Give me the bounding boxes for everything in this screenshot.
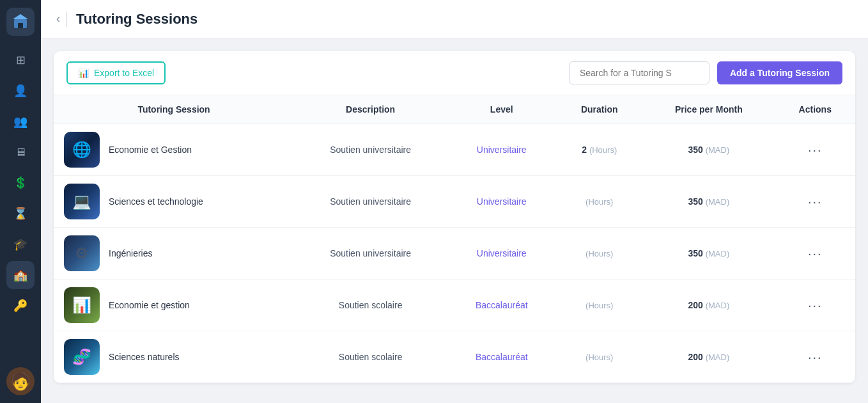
export-icon: 📊 (78, 68, 89, 78)
avatar-image: 🧑 (10, 372, 31, 391)
description-cell-0: Soutien universitaire (294, 124, 447, 176)
actions-cell-3: ··· (775, 280, 855, 331)
svg-marker-1 (13, 14, 28, 19)
table-row: 🌐 Economie et Gestion Soutien universita… (54, 124, 855, 176)
export-button[interactable]: 📊 Export to Excel (66, 61, 166, 84)
session-cell-4: 🧬 Sciences naturels (54, 331, 294, 383)
graduation-icon: 🎓 (13, 237, 27, 251)
sessions-table: Tutoring Session Description Level Durat… (54, 95, 855, 383)
session-name-0: Economie et Gestion (109, 145, 192, 155)
duration-cell-1: (Hours) (556, 176, 642, 228)
toolbar: 📊 Export to Excel Add a Tutoring Session (54, 51, 855, 95)
keys-icon: 🔑 (13, 299, 27, 313)
sidebar-item-graduation[interactable]: 🎓 (6, 230, 35, 258)
price-cell-0: 350 (MAD) (642, 124, 775, 176)
people-icon: 👥 (13, 115, 27, 129)
page-header: ‹ Tutoring Sessions (41, 0, 868, 38)
description-cell-2: Soutien universitaire (294, 228, 447, 280)
header-divider (66, 12, 67, 27)
price-cell-4: 200 (MAD) (642, 331, 775, 383)
col-actions: Actions (775, 95, 855, 124)
sidebar-item-schedule[interactable]: ⌛ (6, 200, 35, 228)
session-thumbnail-1: 💻 (64, 184, 100, 219)
session-name-1: Sciences et technologie (109, 196, 203, 207)
sidebar-item-students[interactable]: 👤 (6, 77, 35, 105)
sidebar-item-people[interactable]: 👥 (6, 107, 35, 136)
price-cell-1: 350 (MAD) (642, 176, 775, 228)
back-button[interactable]: ‹ (56, 12, 60, 26)
schedule-icon: ⌛ (13, 207, 27, 221)
col-session: Tutoring Session (54, 95, 294, 124)
col-duration: Duration (556, 95, 642, 124)
table-row: ⚙ Ingénieries Soutien universitaire Univ… (54, 228, 855, 280)
session-thumbnail-4: 🧬 (64, 339, 100, 375)
sidebar-item-tutoring[interactable]: 🏫 (6, 261, 35, 289)
table-row: 🧬 Sciences naturels Soutien scolaire Bac… (54, 331, 855, 383)
sidebar: ⊞ 👤 👥 🖥 💲 ⌛ 🎓 🏫 🔑 🧑 (0, 0, 41, 403)
search-input[interactable] (569, 61, 709, 84)
duration-cell-4: (Hours) (556, 331, 642, 383)
price-cell-3: 200 (MAD) (642, 280, 775, 331)
session-cell-2: ⚙ Ingénieries (54, 228, 294, 280)
price-cell-2: 350 (MAD) (642, 228, 775, 280)
level-cell-4: Baccalauréat (447, 331, 556, 383)
tutoring-icon: 🏫 (13, 268, 27, 282)
svg-rect-2 (18, 23, 23, 28)
level-cell-2: Universitaire (447, 228, 556, 280)
level-cell-0: Universitaire (447, 124, 556, 176)
col-description: Description (294, 95, 447, 124)
page-content: 📊 Export to Excel Add a Tutoring Session… (41, 38, 868, 403)
duration-cell-0: 2 (Hours) (556, 124, 642, 176)
finance-icon: 💲 (13, 176, 27, 190)
sidebar-item-monitor[interactable]: 🖥 (6, 138, 35, 166)
session-cell-0: 🌐 Economie et Gestion (54, 124, 294, 176)
actions-button-2[interactable]: ··· (808, 246, 823, 261)
duration-cell-2: (Hours) (556, 228, 642, 280)
session-thumbnail-0: 🌐 (64, 132, 100, 168)
sidebar-item-keys[interactable]: 🔑 (6, 292, 35, 320)
main-content: ‹ Tutoring Sessions 📊 Export to Excel Ad… (41, 0, 868, 403)
duration-cell-3: (Hours) (556, 280, 642, 331)
col-price: Price per Month (642, 95, 775, 124)
col-level: Level (447, 95, 556, 124)
session-cell-3: 📊 Economie et gestion (54, 280, 294, 331)
table-row: 📊 Economie et gestion Soutien scolaire B… (54, 280, 855, 331)
actions-cell-0: ··· (775, 124, 855, 176)
actions-button-1[interactable]: ··· (808, 194, 823, 209)
sidebar-item-finance[interactable]: 💲 (6, 169, 35, 197)
user-avatar[interactable]: 🧑 (6, 367, 35, 395)
add-session-button[interactable]: Add a Tutoring Session (717, 61, 842, 84)
level-cell-1: Universitaire (447, 176, 556, 228)
level-cell-3: Baccalauréat (447, 280, 556, 331)
actions-button-4[interactable]: ··· (808, 350, 823, 365)
description-cell-4: Soutien scolaire (294, 331, 447, 383)
description-cell-3: Soutien scolaire (294, 280, 447, 331)
dashboard-icon: ⊞ (16, 53, 26, 67)
session-thumbnail-3: 📊 (64, 287, 100, 323)
session-name-4: Sciences naturels (109, 352, 180, 362)
monitor-icon: 🖥 (15, 146, 26, 159)
sidebar-item-dashboard[interactable]: ⊞ (6, 46, 35, 74)
actions-cell-2: ··· (775, 228, 855, 280)
session-name-3: Economie et gestion (109, 300, 190, 310)
actions-cell-4: ··· (775, 331, 855, 383)
session-cell-1: 💻 Sciences et technologie (54, 176, 294, 228)
sessions-card: 📊 Export to Excel Add a Tutoring Session… (54, 51, 855, 383)
app-logo[interactable] (6, 8, 35, 36)
students-icon: 👤 (13, 84, 27, 98)
session-name-2: Ingénieries (109, 248, 153, 258)
table-header-row: Tutoring Session Description Level Durat… (54, 95, 855, 124)
actions-button-3[interactable]: ··· (808, 298, 823, 313)
page-title: Tutoring Sessions (76, 11, 198, 28)
table-row: 💻 Sciences et technologie Soutien univer… (54, 176, 855, 228)
actions-button-0[interactable]: ··· (808, 143, 823, 157)
description-cell-1: Soutien universitaire (294, 176, 447, 228)
actions-cell-1: ··· (775, 176, 855, 228)
session-thumbnail-2: ⚙ (64, 235, 100, 271)
